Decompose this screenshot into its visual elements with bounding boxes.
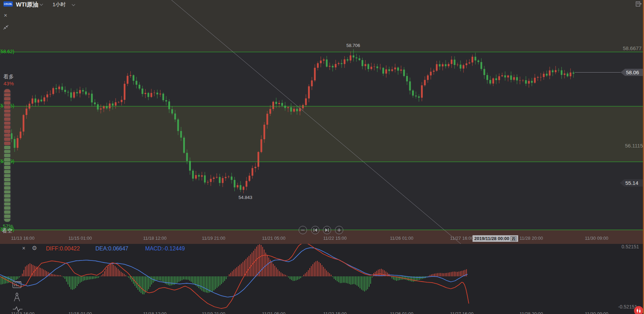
gauge-segment-bear (4, 202, 10, 206)
gauge-segment-bear (4, 162, 10, 165)
time-axis-label: 11/30 09:00 (585, 311, 608, 314)
time-axis-label: 11/15 01:00 (68, 236, 92, 241)
gauge-segment-bear (4, 198, 10, 202)
candlestick-chart[interactable] (0, 0, 644, 244)
gauge-segment-bull (4, 101, 10, 105)
current-price-line (575, 72, 622, 73)
zoom-in-button[interactable] (335, 226, 343, 234)
gauge-segment-bear (4, 210, 10, 214)
sentiment-gauge (3, 88, 11, 222)
time-axis-label: 11/28 20:00 (520, 311, 543, 314)
scroll-to-end-button[interactable] (323, 226, 331, 234)
gauge-segment-bear (4, 166, 10, 169)
high-price-annotation: 58.706 (346, 43, 360, 48)
time-axis-label: 11/28 20:00 (520, 236, 543, 241)
time-axis-label: 11/26 01:00 (390, 311, 413, 314)
gauge-segment-bull (4, 113, 10, 117)
gauge-segment-bear (4, 178, 10, 181)
crosshair-date-tag: 2019/11/28 00:00四 (473, 235, 518, 242)
gauge-segment-bull (4, 97, 10, 101)
chart-template-icon[interactable] (12, 280, 23, 288)
gauge-segment-bear (4, 215, 10, 218)
bearish-label: 看空 (2, 228, 12, 234)
date-tag-text: 2019/11/28 00:00 (474, 236, 509, 241)
bullish-percent: 43% (3, 80, 14, 86)
time-axis-label: 11/13 16:00 (11, 236, 35, 241)
time-axis-label: 11/27 16:00 (450, 311, 474, 314)
zoom-out-button[interactable] (299, 226, 307, 234)
gauge-segment-bear (4, 158, 10, 161)
close-chart-icon[interactable]: × (4, 12, 7, 18)
macd-time-axis: 11/13 16:0011/15 01:0011/18 12:0011/19 2… (0, 311, 644, 314)
low-price-annotation: 54.843 (239, 195, 252, 200)
bullish-label: 看多 (3, 74, 14, 80)
macd-axis-max: 0.52151 (622, 244, 639, 249)
scroll-to-start-button[interactable] (311, 226, 319, 234)
gauge-segment-bear (4, 186, 10, 190)
time-axis[interactable]: 11/13 16:0011/15 01:0011/18 12:0011/19 2… (0, 236, 644, 242)
gauge-segment-bear (4, 154, 10, 157)
time-axis-label: 11/26 01:00 (390, 236, 413, 241)
bid-price-tag: 55.14 (620, 179, 644, 187)
trading-app: (58.62)(57.15)(55.69)(53.89) USOIL WTI原油… (0, 0, 644, 314)
gauge-segment-bear (4, 194, 10, 198)
gauge-segment-bear (4, 174, 10, 178)
symbol-dropdown-chevron-icon[interactable] (40, 3, 43, 6)
time-axis-label: 11/21 05:00 (262, 236, 286, 241)
time-axis-label: 11/21 05:00 (262, 311, 286, 314)
right-axis-upper-value: 58.6677 (617, 45, 642, 51)
right-axis-mid-value: 56.1115 (619, 143, 643, 149)
current-price-tag: 58.06 (620, 69, 644, 76)
gauge-segment-bull (4, 122, 10, 125)
timeframe-dropdown-chevron-icon[interactable] (72, 3, 75, 6)
gauge-segment-bull (4, 125, 10, 129)
gauge-segment-bear (4, 190, 10, 194)
time-axis-label: 11/18 12:00 (143, 236, 167, 241)
collapse-icon[interactable] (3, 25, 9, 30)
gauge-segment-bear (4, 146, 10, 149)
time-axis-label: 11/19 21:00 (202, 311, 225, 314)
time-axis-label: 11/15 01:00 (68, 311, 92, 314)
timeframe-selector[interactable]: 1小时 (53, 1, 66, 8)
horizontal-level-line[interactable] (0, 230, 644, 230)
gauge-segment-bull (4, 93, 10, 97)
time-axis-label: 11/30 09:00 (585, 236, 608, 241)
horizontal-level-line[interactable] (0, 162, 644, 162)
level-price-label: (58.62) (0, 49, 14, 54)
symbol-badge: USOIL (3, 1, 13, 7)
symbol-title[interactable]: WTI原油 (16, 1, 38, 9)
gauge-segment-bear (4, 206, 10, 210)
gauge-segment-bull (4, 110, 10, 113)
time-axis-label: 11/18 12:00 (143, 311, 167, 314)
time-axis-label: 11/22 15:00 (323, 236, 347, 241)
gauge-segment-bear (4, 219, 10, 222)
gauge-segment-bull (4, 137, 10, 141)
macd-chart[interactable] (0, 244, 644, 314)
chart-header: USOIL WTI原油 1小时 (0, 0, 644, 9)
weekday-badge: 四 (511, 236, 516, 241)
kline-notification-badge[interactable] (634, 306, 643, 314)
candles-icon (636, 308, 641, 313)
gauge-segment-bull (4, 134, 10, 137)
drawing-compass-icon[interactable] (12, 292, 21, 302)
horizontal-level-line[interactable] (0, 52, 644, 52)
gauge-segment-bull (4, 105, 10, 109)
gauge-segment-bull (4, 142, 10, 145)
time-axis-label: 11/27 16:00 (450, 236, 474, 241)
gauge-segment-bull (4, 130, 10, 133)
panel-add-icon[interactable] (636, 1, 642, 7)
gauge-segment-bull (4, 89, 10, 93)
gauge-segment-bear (4, 182, 10, 185)
pulse-indicator-icon[interactable] (12, 306, 23, 312)
gauge-segment-bear (4, 150, 10, 153)
horizontal-level-line[interactable] (0, 106, 644, 106)
gauge-segment-bear (4, 170, 10, 173)
time-axis-label: 11/19 21:00 (202, 236, 225, 241)
time-axis-label: 11/22 15:00 (323, 311, 347, 314)
gauge-segment-bull (4, 117, 10, 121)
